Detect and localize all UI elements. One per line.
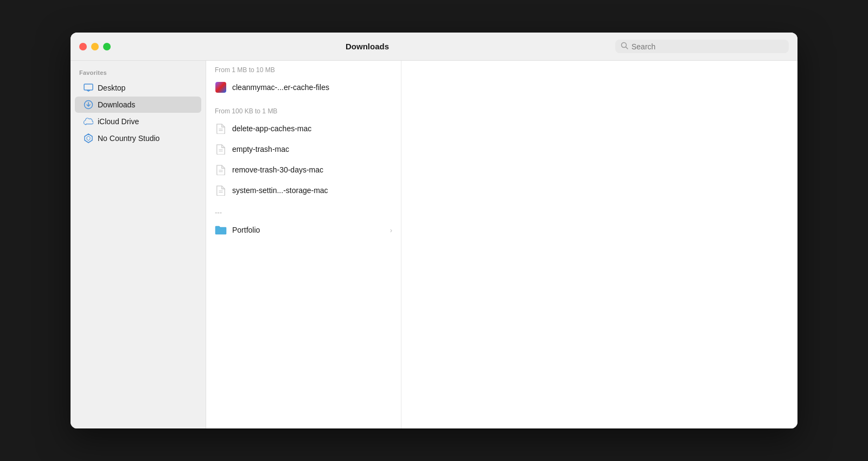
main-content: Favorites Desktop	[71, 61, 797, 428]
list-item[interactable]: delete-app-caches-mac	[206, 118, 401, 139]
folder-name: Portfolio	[232, 226, 260, 234]
folder-icon	[215, 224, 227, 236]
titlebar-center: Downloads	[119, 42, 615, 51]
sidebar-item-desktop[interactable]: Desktop	[75, 80, 201, 96]
list-item[interactable]: empty-trash-mac	[206, 139, 401, 159]
sidebar-item-icloud[interactable]: iCloud Drive	[75, 113, 201, 130]
list-item[interactable]: system-settin...-storage-mac	[206, 180, 401, 201]
group1-header: From 1 MB to 10 MB	[206, 61, 401, 77]
close-button[interactable]	[79, 43, 87, 50]
sidebar: Favorites Desktop	[71, 61, 206, 428]
cleanmymac-icon	[215, 81, 227, 93]
search-bar[interactable]	[615, 40, 789, 53]
list-item[interactable]: remove-trash-30-days-mac	[206, 159, 401, 180]
list-item-portfolio[interactable]: Portfolio ›	[206, 220, 401, 240]
maximize-button[interactable]	[103, 43, 111, 50]
svg-rect-2	[84, 84, 93, 90]
detail-panel	[401, 61, 797, 428]
chevron-right-icon: ›	[390, 226, 392, 234]
window-title: Downloads	[346, 42, 389, 51]
finder-window: Downloads Favorites	[71, 33, 797, 428]
icloud-icon	[84, 117, 93, 126]
sidebar-item-icloud-label: iCloud Drive	[98, 117, 139, 126]
file-panel: From 1 MB to 10 MB cleanmymac-...er-cach…	[206, 61, 401, 428]
file-item-name: empty-trash-mac	[232, 145, 289, 153]
file-separator: ---	[206, 201, 401, 220]
search-input[interactable]	[631, 42, 783, 51]
group2-header: From 100 KB to 1 MB	[206, 102, 401, 118]
sidebar-item-downloads-label: Downloads	[98, 100, 135, 109]
generic-file-icon	[215, 123, 227, 135]
generic-file-icon	[215, 184, 227, 196]
file-item-name: delete-app-caches-mac	[232, 124, 311, 133]
nocountry-icon	[84, 133, 93, 143]
file-item-name: cleanmymac-...er-cache-files	[232, 83, 329, 92]
titlebar: Downloads	[71, 33, 797, 61]
favorites-label: Favorites	[71, 69, 206, 79]
generic-file-icon	[215, 143, 227, 155]
svg-line-1	[626, 47, 628, 49]
list-item[interactable]: cleanmymac-...er-cache-files	[206, 77, 401, 98]
traffic-lights	[79, 43, 111, 50]
sidebar-item-desktop-label: Desktop	[98, 84, 125, 92]
desktop-icon	[84, 83, 93, 93]
search-icon	[621, 42, 628, 51]
sidebar-item-nocountry-label: No Country Studio	[98, 134, 159, 143]
sidebar-item-downloads[interactable]: Downloads	[75, 97, 201, 113]
generic-file-icon	[215, 164, 227, 176]
minimize-button[interactable]	[91, 43, 99, 50]
file-item-name: remove-trash-30-days-mac	[232, 165, 323, 174]
file-item-name: system-settin...-storage-mac	[232, 186, 328, 195]
downloads-icon	[84, 100, 93, 110]
sidebar-item-nocountry[interactable]: No Country Studio	[75, 130, 201, 146]
